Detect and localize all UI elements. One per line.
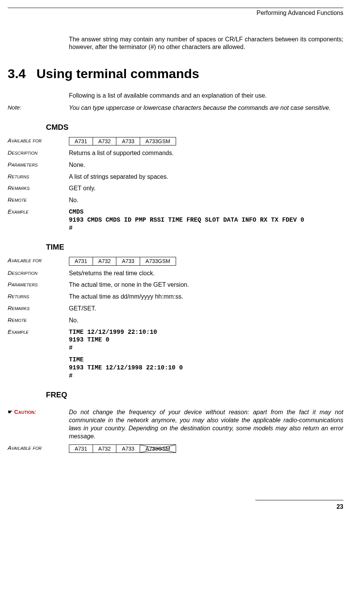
time-example-1: TIME 12/12/1999 22:10:10 9193 TIME 0 #: [69, 328, 343, 352]
page-number: 23: [8, 503, 343, 510]
time-description: Sets/returns the real time clock.: [69, 270, 343, 278]
time-avail-0: A731: [69, 257, 93, 265]
freq-avail-3: A733GSM: [140, 444, 176, 452]
caution-label: ☛Caution:: [8, 408, 69, 415]
label-example: Example: [8, 328, 69, 335]
label-available-for: Available for: [8, 137, 69, 144]
time-avail-2: A733: [116, 257, 140, 265]
freq-avail-0: A731: [69, 444, 93, 452]
time-example-2: TIME 9193 TIME 12/12/1998 22:10:10 0 #: [69, 356, 343, 380]
note-label: Note:: [8, 104, 69, 111]
label-returns: Returns: [8, 293, 69, 299]
heading-time: TIME: [46, 243, 343, 252]
note-text: You can type uppercase or lowercase char…: [69, 104, 343, 112]
cmds-returns: A list of strings separated by spaces.: [69, 173, 343, 181]
label-remote: Remote: [8, 196, 69, 203]
label-example: Example: [8, 208, 69, 215]
section-title: Using terminal commands: [36, 66, 199, 81]
cmds-parameters: None.: [69, 161, 343, 169]
label-parameters: Parameters: [8, 281, 69, 287]
caution-text: Do not change the frequency of your devi…: [69, 408, 343, 440]
label-description: Description: [8, 270, 69, 276]
freq-avail-3-text: A733GSM: [145, 446, 170, 452]
label-parameters: Parameters: [8, 161, 69, 168]
time-avail-1: A732: [93, 257, 116, 265]
heading-freq: FREQ: [46, 390, 343, 399]
cmds-available-table: A731 A732 A733 A733GSM: [69, 137, 343, 145]
freq-avail-2: A733: [116, 444, 140, 452]
label-remarks: Remarks: [8, 305, 69, 311]
freq-avail-1: A732: [93, 444, 116, 452]
footer-rule: [255, 500, 343, 500]
section-number: 3.4: [8, 66, 26, 81]
label-description: Description: [8, 149, 69, 156]
cmds-avail-2: A733: [116, 137, 140, 145]
label-remarks: Remarks: [8, 185, 69, 191]
section-intro: Following is a list of available command…: [69, 92, 343, 100]
caution-colon: :: [34, 408, 36, 415]
freq-available-table: A731 A732 A733 A733GSM: [69, 444, 343, 453]
time-avail-3: A733GSM: [140, 257, 176, 265]
time-returns: The actual time as dd/mm/yyyy hh:mm:ss.: [69, 293, 343, 301]
cmds-example: CMDS 9193 CMDS CMDS ID PMP RSSI TIME FRE…: [69, 208, 343, 232]
label-available-for: Available for: [8, 257, 69, 263]
cmds-avail-0: A731: [69, 137, 93, 145]
pointing-hand-icon: ☛: [8, 408, 13, 415]
time-parameters: The actual time, or none in the GET vers…: [69, 281, 343, 289]
cmds-avail-3: A733GSM: [140, 137, 176, 145]
time-remote: No.: [69, 317, 343, 325]
cmds-avail-1: A732: [93, 137, 116, 145]
label-returns: Returns: [8, 173, 69, 180]
time-available-table: A731 A732 A733 A733GSM: [69, 257, 343, 265]
cmds-description: Returns a list of supported commands.: [69, 149, 343, 157]
label-remote: Remote: [8, 317, 69, 323]
heading-cmds: CMDS: [46, 123, 343, 132]
label-available-for: Available for: [8, 444, 69, 451]
time-remarks: GET/SET.: [69, 305, 343, 313]
cmds-remote: No.: [69, 196, 343, 204]
caution-word: Caution: [14, 408, 34, 415]
running-header: Performing Advanced Functions: [8, 10, 343, 16]
intro-paragraph: The answer string may contain any number…: [69, 36, 343, 51]
cmds-remarks: GET only.: [69, 185, 343, 193]
